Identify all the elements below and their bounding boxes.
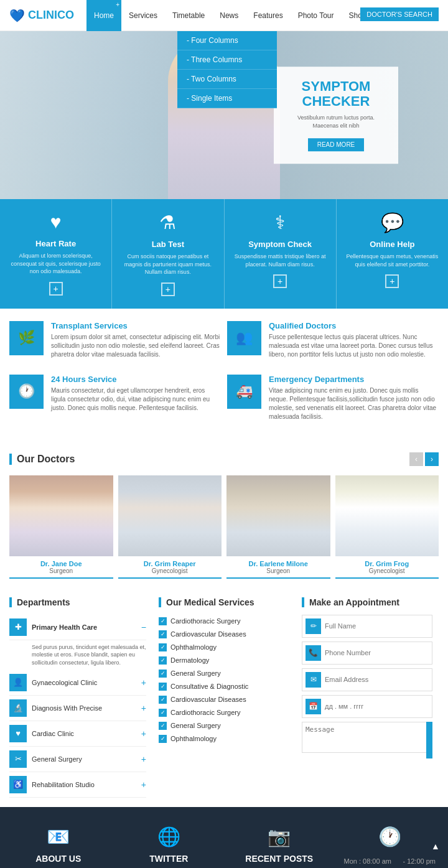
- dept-expand-4[interactable]: +: [141, 754, 146, 764]
- checkbox-5: [159, 683, 167, 691]
- dept-expand-5[interactable]: +: [141, 780, 146, 790]
- feature-text-0: Aliquam ut lorem scelerisque, consequat …: [6, 252, 105, 276]
- doctors-title: Our Doctors: [9, 454, 75, 465]
- doctor-name-2[interactable]: Dr. Earlene Milone: [226, 560, 330, 567]
- dept-name-5: Rehabilitation Studio: [32, 781, 95, 788]
- dept-expand-2[interactable]: +: [141, 703, 146, 713]
- appt-phone-input[interactable]: [325, 649, 429, 656]
- service-emergency: 🚑 Emergency Departments Vitae adipiscing…: [227, 375, 439, 421]
- nav-phototour[interactable]: Photo Tour: [291, 0, 342, 31]
- doctor-name-3[interactable]: Dr. Grim Frog: [335, 560, 439, 567]
- doctor-card-0: Dr. Jane Doe Surgeon: [9, 475, 113, 579]
- nav-dropdown: - Four Columns - Three Columns - Two Col…: [177, 31, 277, 108]
- feature-plus-1[interactable]: +: [161, 282, 175, 296]
- nav-timetable[interactable]: Timetable: [165, 0, 212, 31]
- service-text-0: Lorem ipsum dolor sit amet, consectetur …: [51, 333, 221, 359]
- dept-expand-3[interactable]: +: [141, 729, 146, 739]
- microscope-icon: 🔬: [13, 703, 23, 712]
- dept-name-0: Primary Health Care: [32, 623, 97, 631]
- doctor-nav-arrows: ‹ ›: [409, 452, 439, 466]
- dept-icon-surgery: ✂: [9, 750, 27, 768]
- stethoscope-icon: ⚕: [231, 212, 330, 233]
- feature-title-2: Symptom Check: [231, 240, 330, 249]
- read-more-button[interactable]: READ MORE: [308, 138, 365, 151]
- medical-item-6: Cardiovascular Diseases: [159, 693, 289, 706]
- prev-arrow[interactable]: ‹: [409, 452, 423, 466]
- dept-icon-diagnosis: 🔬: [9, 699, 27, 717]
- doctor-photo-1: [118, 475, 222, 556]
- medical-item-3: Dermatology: [159, 654, 289, 667]
- footer-about: 📧 ABOUT US Clinico is a very powerful Me…: [9, 826, 108, 868]
- dept-primary-health[interactable]: ✚ Primary Health Care −: [9, 615, 146, 640]
- service-doctors: 👥 Qualified Doctors Fusce pellentesque l…: [227, 321, 439, 359]
- footer-posts-icon: 📷: [230, 826, 329, 847]
- medical-label-3: Dermatology: [170, 656, 209, 664]
- scroll-top-button[interactable]: ▲: [426, 837, 445, 856]
- three-col-section: Departments ✚ Primary Health Care − Sed …: [0, 588, 448, 807]
- schedule-item-0: Mon : 08:00 am - 12:00 pm: [341, 854, 439, 868]
- chat-icon: 💬: [343, 212, 442, 233]
- footer-about-title: ABOUT US: [9, 854, 108, 864]
- medical-item-7: Cardiothoracic Surgery: [159, 706, 289, 719]
- doctor-name-1[interactable]: Dr. Grim Reaper: [118, 560, 222, 567]
- medical-label-4: General Surgery: [170, 670, 221, 677]
- doctor-specialty-0: Surgeon: [9, 567, 113, 574]
- logo[interactable]: 💙 CLINICO: [9, 8, 74, 23]
- doctor-card-1: Dr. Grim Reaper Gynecologist: [118, 475, 222, 579]
- departments-title: Departments: [9, 597, 146, 607]
- doctors-icon: 👥: [236, 330, 253, 346]
- appt-name-icon: ✏: [306, 618, 321, 634]
- doctor-name-0[interactable]: Dr. Jane Doe: [9, 560, 113, 567]
- logo-text: CLINICO: [28, 9, 74, 22]
- service-24hours: 🕐 24 Hours Service Mauris consectetur, d…: [9, 375, 221, 421]
- nav-features[interactable]: Features: [246, 0, 290, 31]
- appt-message-input[interactable]: [302, 722, 432, 753]
- dept-collapse-0[interactable]: −: [141, 622, 146, 632]
- checkbox-0: [159, 617, 167, 625]
- appt-email-input[interactable]: [325, 676, 429, 683]
- feature-plus-0[interactable]: +: [49, 282, 63, 296]
- dept-surgery[interactable]: ✂ General Surgery +: [9, 747, 146, 772]
- feature-plus-3[interactable]: +: [385, 274, 399, 288]
- dept-expand-1[interactable]: +: [141, 678, 146, 688]
- dropdown-single-items[interactable]: - Single Items: [177, 89, 277, 108]
- ambulance-icon: 🚑: [236, 383, 253, 399]
- dept-diagnosis[interactable]: 🔬 Diagnosis With Precise +: [9, 696, 146, 721]
- dept-cardiac[interactable]: ♥ Cardiac Clinic +: [9, 721, 146, 747]
- appt-name-input[interactable]: [325, 622, 429, 630]
- medical-label-0: Cardiothoracic Surgery: [170, 617, 241, 625]
- doctors-search-button[interactable]: DOCTOR'S SEARCH: [360, 7, 439, 21]
- doctor-card-3: Dr. Grim Frog Gynecologist: [335, 475, 439, 579]
- medical-label-9: Ophthalmology: [170, 735, 217, 742]
- dropdown-four-columns[interactable]: - Four Columns: [177, 31, 277, 50]
- medical-item-1: Cardiovascular Diseases: [159, 628, 289, 641]
- service-info-transplant: Transplant Services Lorem ipsum dolor si…: [51, 321, 221, 359]
- doctor-specialty-3: Gynecologist: [335, 567, 439, 574]
- medical-item-9: Ophthalmology: [159, 732, 289, 745]
- footer-recent-posts: 📷 RECENT POSTS UT WISI ENIM Pellentesque…: [230, 826, 329, 868]
- departments-col: Departments ✚ Primary Health Care − Sed …: [9, 597, 152, 798]
- appt-field-phone: 📞: [302, 642, 432, 665]
- dropdown-three-columns[interactable]: - Three Columns: [177, 50, 277, 70]
- medical-item-5: Consultative & Diagnostic: [159, 680, 289, 693]
- footer-schedule: 🕐 Mon : 08:00 am - 12:00 pm Tue : 01:00 …: [341, 826, 439, 868]
- feature-plus-2[interactable]: +: [273, 274, 287, 288]
- header: 💙 CLINICO Home Services Timetable News F…: [0, 0, 448, 31]
- transplant-icon-box: 🌿: [9, 321, 44, 355]
- person-icon: 👤: [13, 678, 23, 687]
- nav-services[interactable]: Services: [121, 0, 165, 31]
- doctors-header: Our Doctors ‹ ›: [9, 452, 439, 466]
- hero-subtitle: Vestibulum rutrum luctus porta. Maecenas…: [286, 114, 386, 130]
- dept-gynaecological[interactable]: 👤 Gynaecological Clinic +: [9, 670, 146, 696]
- nav-news[interactable]: News: [212, 0, 246, 31]
- dept-rehabilitation[interactable]: ♿ Rehabilitation Studio +: [9, 772, 146, 798]
- nav-home[interactable]: Home: [86, 0, 121, 31]
- pencil-icon: ✏: [310, 622, 317, 630]
- medical-label-8: General Surgery: [170, 722, 221, 729]
- dropdown-two-columns[interactable]: - Two Columns: [177, 70, 277, 89]
- next-arrow[interactable]: ›: [425, 452, 439, 466]
- appt-field-name: ✏: [302, 615, 432, 638]
- appt-date-input[interactable]: [325, 702, 429, 710]
- services-grid: 🌿 Transplant Services Lorem ipsum dolor …: [9, 321, 439, 431]
- footer: 📧 ABOUT US Clinico is a very powerful Me…: [0, 807, 448, 868]
